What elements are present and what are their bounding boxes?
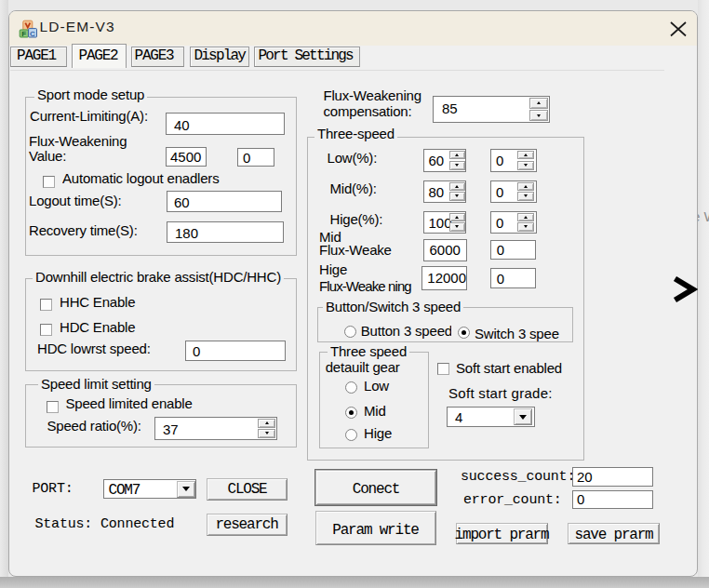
svg-text:F: F — [21, 30, 26, 38]
svg-text:C: C — [30, 30, 35, 38]
